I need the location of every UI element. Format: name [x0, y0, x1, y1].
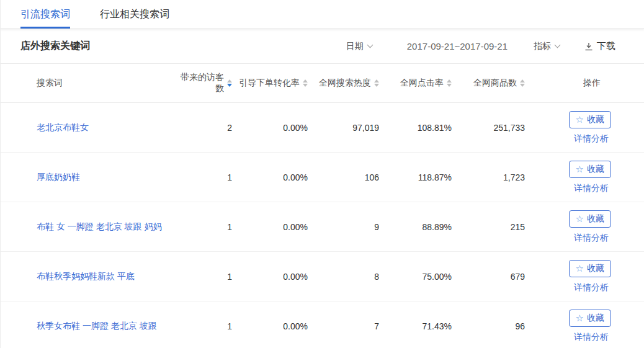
- conversion-value: 0.00%: [232, 321, 308, 331]
- detail-analysis-link[interactable]: 详情分析: [574, 282, 609, 293]
- product-count-value: 251,733: [452, 123, 525, 133]
- star-icon: ☆: [576, 313, 584, 323]
- date-dropdown-label: 日期: [346, 41, 364, 52]
- sort-icon[interactable]: [227, 79, 232, 87]
- page-title: 店外搜索关键词: [20, 40, 90, 53]
- column-header-keyword: 搜索词: [37, 78, 179, 89]
- star-icon: ☆: [576, 214, 584, 223]
- visitors-value: 1: [179, 272, 232, 282]
- click-rate-value: 75.00%: [379, 272, 452, 282]
- table-row: 厚底奶奶鞋 1 0.00% 106 118.87% 1,723 ☆ 收藏 详情分…: [1, 153, 644, 202]
- keyword-link[interactable]: 秋季女布鞋 一脚蹬 老北京 坡跟: [37, 321, 157, 331]
- row-actions: ☆ 收藏 详情分析: [525, 161, 614, 194]
- column-header-actions: 操作: [525, 78, 614, 89]
- product-count-value: 215: [452, 222, 525, 232]
- column-label: 引导下单转化率: [239, 78, 300, 89]
- download-button[interactable]: 下载: [584, 40, 615, 52]
- table-row: 老北京布鞋女 2 0.00% 97,019 108.81% 251,733 ☆ …: [1, 103, 644, 153]
- favorite-button[interactable]: ☆ 收藏: [569, 310, 611, 327]
- row-actions: ☆ 收藏 详情分析: [525, 111, 614, 145]
- tab-industry-search-words[interactable]: 行业相关搜索词: [100, 0, 169, 29]
- visitors-value: 1: [179, 172, 232, 182]
- tab-label: 引流搜索词: [20, 8, 70, 21]
- table-row: 秋季女布鞋 一脚蹬 老北京 坡跟 1 0.00% 7 71.43% 96 ☆ 收…: [1, 301, 644, 348]
- detail-analysis-link[interactable]: 详情分析: [574, 233, 609, 244]
- column-label: 操作: [583, 78, 601, 89]
- table-row: 布鞋 女 一脚蹬 老北京 坡跟 妈妈 1 0.00% 9 88.89% 215 …: [1, 202, 644, 252]
- tab-bar: 引流搜索词 行业相关搜索词: [1, 0, 644, 29]
- row-actions: ☆ 收藏 详情分析: [525, 310, 614, 343]
- search-heat-value: 106: [308, 172, 379, 182]
- column-header-visitors[interactable]: 带来的访客数: [179, 72, 232, 94]
- column-label: 全网搜索热度: [319, 78, 371, 89]
- sort-icon[interactable]: [447, 79, 452, 87]
- conversion-value: 0.00%: [232, 272, 308, 282]
- favorite-label: 收藏: [587, 164, 604, 175]
- toolbar: 日期 2017-09-21~2017-09-21 指标 下载: [346, 40, 615, 52]
- favorite-label: 收藏: [587, 213, 604, 225]
- product-count-value: 96: [452, 321, 525, 331]
- keyword-link[interactable]: 布鞋秋季妈妈鞋新款 平底: [37, 271, 135, 281]
- star-icon: ☆: [576, 164, 584, 174]
- column-header-click-rate[interactable]: 全网点击率: [379, 78, 452, 89]
- column-header-search-heat[interactable]: 全网搜索热度: [308, 78, 379, 89]
- click-rate-value: 88.89%: [379, 222, 452, 232]
- visitors-value: 1: [179, 321, 232, 331]
- product-count-value: 1,723: [452, 172, 525, 182]
- keyword-link[interactable]: 厚底奶奶鞋: [37, 172, 80, 182]
- section-header: 店外搜索关键词 日期 2017-09-21~2017-09-21 指标 下载: [1, 29, 644, 64]
- visitors-value: 2: [179, 123, 232, 133]
- detail-analysis-link[interactable]: 详情分析: [574, 332, 609, 343]
- detail-analysis-link[interactable]: 详情分析: [574, 183, 609, 194]
- table-row: 布鞋秋季妈妈鞋新款 平底 1 0.00% 8 75.00% 679 ☆ 收藏 详…: [1, 252, 644, 301]
- conversion-value: 0.00%: [232, 172, 308, 182]
- keywords-table: 搜索词 带来的访客数 引导下单转化率 全网搜索热度 全网点击率 全网商品数 操作…: [1, 64, 644, 348]
- date-range-value[interactable]: 2017-09-21~2017-09-21: [407, 41, 508, 51]
- keyword-link[interactable]: 布鞋 女 一脚蹬 老北京 坡跟 妈妈: [37, 221, 161, 231]
- favorite-button[interactable]: ☆ 收藏: [569, 161, 611, 178]
- search-heat-value: 8: [308, 272, 379, 282]
- conversion-value: 0.00%: [232, 222, 308, 232]
- table-header-row: 搜索词 带来的访客数 引导下单转化率 全网搜索热度 全网点击率 全网商品数 操作: [1, 64, 644, 103]
- date-dropdown[interactable]: 日期: [346, 41, 372, 52]
- chevron-down-icon: [367, 42, 373, 48]
- search-heat-value: 9: [308, 222, 379, 232]
- search-heat-value: 97,019: [308, 123, 379, 133]
- metrics-dropdown[interactable]: 指标: [534, 41, 560, 52]
- product-count-value: 679: [452, 272, 525, 282]
- sort-icon[interactable]: [520, 79, 525, 87]
- column-header-conversion[interactable]: 引导下单转化率: [232, 78, 308, 89]
- favorite-label: 收藏: [587, 313, 604, 324]
- click-rate-value: 118.87%: [379, 172, 452, 182]
- row-actions: ☆ 收藏 详情分析: [525, 260, 614, 293]
- column-label: 全网点击率: [400, 78, 444, 89]
- star-icon: ☆: [576, 115, 584, 124]
- sort-icon[interactable]: [303, 79, 308, 87]
- row-actions: ☆ 收藏 详情分析: [525, 210, 614, 244]
- chevron-down-icon: [555, 42, 561, 48]
- column-label: 带来的访客数: [179, 72, 224, 94]
- sort-icon[interactable]: [374, 79, 379, 87]
- search-heat-value: 7: [308, 321, 379, 331]
- download-icon: [584, 42, 593, 51]
- detail-analysis-link[interactable]: 详情分析: [574, 133, 609, 145]
- favorite-label: 收藏: [587, 114, 604, 125]
- download-label: 下载: [597, 40, 615, 52]
- favorite-label: 收藏: [587, 263, 604, 274]
- keyword-link[interactable]: 老北京布鞋女: [37, 122, 89, 132]
- favorite-button[interactable]: ☆ 收藏: [569, 260, 611, 277]
- favorite-button[interactable]: ☆ 收藏: [569, 111, 611, 128]
- visitors-value: 1: [179, 222, 232, 232]
- metrics-dropdown-label: 指标: [534, 41, 551, 52]
- conversion-value: 0.00%: [232, 123, 308, 133]
- click-rate-value: 71.43%: [379, 321, 452, 331]
- tab-label: 行业相关搜索词: [100, 8, 169, 21]
- column-label: 全网商品数: [473, 78, 517, 89]
- star-icon: ☆: [576, 264, 584, 273]
- column-label: 搜索词: [37, 78, 63, 89]
- tab-traffic-search-words[interactable]: 引流搜索词: [20, 0, 70, 29]
- column-header-product-count[interactable]: 全网商品数: [452, 78, 525, 89]
- favorite-button[interactable]: ☆ 收藏: [569, 210, 611, 228]
- click-rate-value: 108.81%: [379, 123, 452, 133]
